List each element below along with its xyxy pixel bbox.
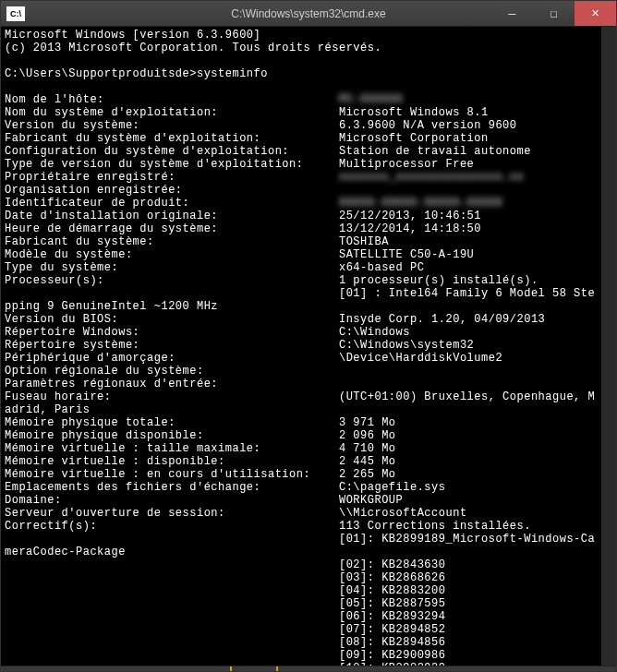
status-bar bbox=[1, 666, 616, 671]
titlebar[interactable]: C:\ C:\Windows\system32\cmd.exe ─ □ ✕ bbox=[1, 1, 616, 27]
cmd-window: C:\ C:\Windows\system32\cmd.exe ─ □ ✕ Mi… bbox=[0, 0, 617, 672]
close-button[interactable]: ✕ bbox=[575, 1, 616, 26]
app-icon: C:\ bbox=[6, 6, 25, 21]
minimize-button[interactable]: ─ bbox=[491, 1, 533, 26]
terminal-output[interactable]: Microsoft Windows [version 6.3.9600] (c)… bbox=[1, 27, 616, 666]
maximize-button[interactable]: □ bbox=[533, 1, 575, 26]
window-title: C:\Windows\system32\cmd.exe bbox=[231, 7, 385, 20]
window-controls: ─ □ ✕ bbox=[491, 1, 616, 26]
